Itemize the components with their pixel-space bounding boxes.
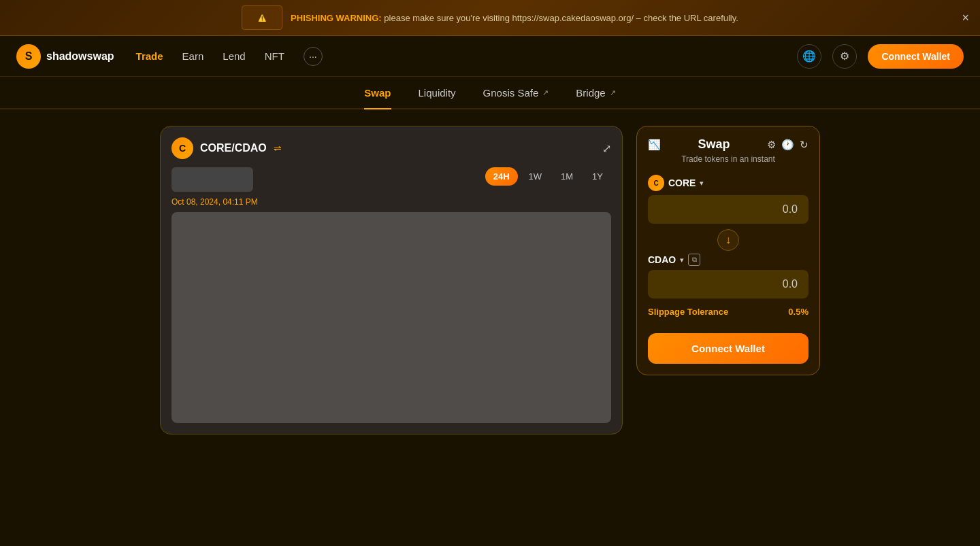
main-content: C CORE/CDAO ⇌ ⤢ Oct 08, 2024, 04:11 PM 2… — [0, 109, 980, 451]
logo-text: shadowswap — [46, 50, 114, 63]
swap-history-icon[interactable]: 🕐 — [781, 139, 794, 151]
logo-icon: S — [16, 44, 41, 69]
to-token-value: 0.0 — [783, 278, 798, 290]
to-token-chevron: ▾ — [680, 256, 684, 265]
swap-connect-wallet-button[interactable]: Connect Wallet — [648, 333, 808, 364]
copy-address-button[interactable]: ⧉ — [688, 254, 700, 266]
slippage-label: Slippage Tolerance — [648, 307, 728, 317]
from-token-name: CORE — [668, 177, 696, 188]
swap-panel-header: 📉 Swap ⚙ 🕐 ↻ — [648, 137, 808, 152]
slippage-value: 0.5% — [788, 307, 808, 317]
from-token-input-box[interactable]: 0.0 — [648, 195, 808, 224]
navbar-right: 🌐 ⚙ Connect Wallet — [797, 44, 964, 69]
swap-direction-button[interactable]: ↓ — [717, 229, 739, 251]
chart-panel: C CORE/CDAO ⇌ ⤢ Oct 08, 2024, 04:11 PM 2… — [160, 126, 623, 434]
swap-title: Swap — [698, 137, 730, 152]
nav-item-trade[interactable]: Trade — [136, 50, 163, 62]
nav-item-nft[interactable]: NFT — [265, 50, 284, 62]
chart-timeframe: 24H 1W 1M 1Y — [485, 167, 611, 186]
swap-settings-icon[interactable]: ⚙ — [767, 139, 776, 151]
navbar-left: S shadowswap Trade Earn Lend NFT ··· — [16, 44, 323, 69]
from-token-chevron: ▾ — [700, 179, 704, 188]
pair-name: CORE/CDAO — [200, 142, 267, 154]
chart-expand-button[interactable]: ⤢ — [602, 142, 611, 155]
to-token-selector[interactable]: CDAO ▾ ⧉ — [648, 254, 808, 266]
phishing-warning-icon: ⚠️ — [242, 5, 282, 30]
nav-links: Trade Earn Lend NFT ··· — [136, 47, 323, 66]
price-display — [172, 167, 253, 192]
pair-arrow-icon: ⇌ — [274, 143, 282, 154]
to-token-input-box[interactable]: 0.0 — [648, 270, 808, 298]
bridge-external-icon: ↗ — [610, 88, 616, 97]
from-token-value: 0.0 — [783, 203, 798, 216]
swap-arrow-container: ↓ — [648, 229, 808, 251]
chart-pair: C CORE/CDAO ⇌ — [172, 137, 282, 159]
timeframe-1m-button[interactable]: 1M — [553, 167, 581, 186]
chart-area — [172, 212, 611, 423]
timeframe-1y-button[interactable]: 1Y — [584, 167, 611, 186]
slippage-row: Slippage Tolerance 0.5% — [648, 307, 808, 317]
candlestick-icon[interactable]: 📉 — [648, 139, 661, 151]
timeframe-1w-button[interactable]: 1W — [521, 167, 551, 186]
nav-item-lend[interactable]: Lend — [223, 50, 245, 62]
phishing-close-button[interactable]: × — [962, 12, 969, 24]
subnav-item-swap[interactable]: Swap — [364, 78, 391, 109]
phishing-banner: ⚠️ PHISHING WARNING: please make sure yo… — [0, 0, 980, 36]
chart-header: C CORE/CDAO ⇌ ⤢ — [172, 137, 611, 159]
subnav-bridge-label: Bridge — [576, 87, 605, 99]
phishing-warning-message: please make sure you're visiting https:/… — [384, 13, 738, 23]
settings-button[interactable]: ⚙ — [832, 44, 857, 69]
subnav: Swap Liquidity Gnosis Safe ↗ Bridge ↗ — [0, 77, 980, 109]
timeframe-24h-button[interactable]: 24H — [485, 167, 518, 186]
swap-refresh-icon[interactable]: ↻ — [800, 139, 808, 151]
nav-more-button[interactable]: ··· — [304, 47, 323, 66]
swap-panel-icons: ⚙ 🕐 ↻ — [767, 139, 808, 151]
connect-wallet-button[interactable]: Connect Wallet — [868, 44, 964, 69]
language-button[interactable]: 🌐 — [797, 44, 821, 69]
subnav-gnosis-label: Gnosis Safe — [483, 87, 539, 99]
phishing-warning-label: PHISHING WARNING: — [291, 13, 382, 23]
logo[interactable]: S shadowswap — [16, 44, 114, 69]
nav-item-earn[interactable]: Earn — [182, 50, 204, 62]
to-token-name: CDAO — [648, 254, 676, 265]
swap-subtitle: Trade tokens in an instant — [648, 154, 808, 164]
from-token-selector[interactable]: C CORE ▾ — [648, 175, 808, 191]
chart-controls-row: Oct 08, 2024, 04:11 PM 24H 1W 1M 1Y — [172, 167, 611, 212]
chart-date: Oct 08, 2024, 04:11 PM — [172, 197, 258, 207]
subnav-item-gnosis-safe[interactable]: Gnosis Safe ↗ — [483, 78, 549, 109]
subnav-liquidity-label: Liquidity — [419, 87, 456, 99]
phishing-banner-text: PHISHING WARNING: please make sure you'r… — [291, 13, 738, 23]
navbar: S shadowswap Trade Earn Lend NFT ··· 🌐 ⚙… — [0, 36, 980, 77]
subnav-item-bridge[interactable]: Bridge ↗ — [576, 78, 615, 109]
pair-icon: C — [172, 137, 193, 159]
from-token-icon: C — [648, 175, 664, 191]
chart-price-area: Oct 08, 2024, 04:11 PM — [172, 167, 258, 207]
gnosis-external-icon: ↗ — [542, 88, 549, 97]
subnav-item-liquidity[interactable]: Liquidity — [419, 78, 456, 109]
swap-panel: 📉 Swap ⚙ 🕐 ↻ Trade tokens in an instant … — [636, 126, 820, 375]
subnav-swap-label: Swap — [364, 87, 391, 99]
